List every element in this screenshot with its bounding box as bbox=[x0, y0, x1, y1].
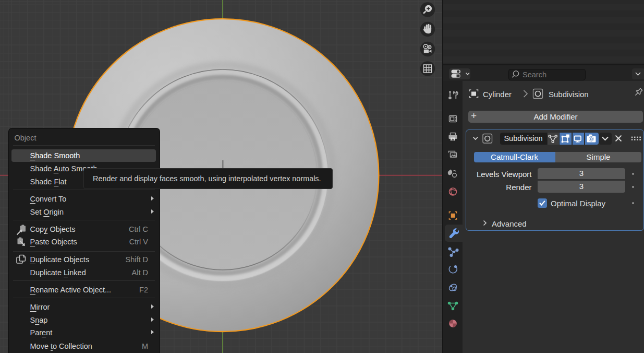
svg-text:Search: Search bbox=[523, 70, 546, 79]
